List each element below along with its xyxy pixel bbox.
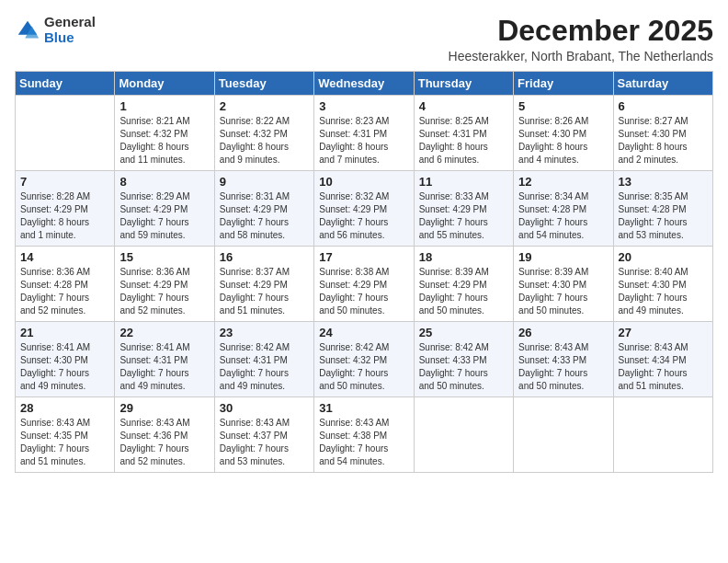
day-number: 23 xyxy=(220,326,309,339)
day-info: Sunrise: 8:21 AM Sunset: 4:32 PM Dayligh… xyxy=(119,115,209,167)
calendar-cell: 25Sunrise: 8:42 AM Sunset: 4:33 PM Dayli… xyxy=(414,322,513,397)
calendar-cell: 20Sunrise: 8:40 AM Sunset: 4:30 PM Dayli… xyxy=(613,247,712,322)
calendar-cell: 15Sunrise: 8:36 AM Sunset: 4:29 PM Dayli… xyxy=(115,247,214,322)
logo-text: General Blue xyxy=(44,15,96,45)
calendar-week-row: 14Sunrise: 8:36 AM Sunset: 4:28 PM Dayli… xyxy=(16,247,713,322)
day-info: Sunrise: 8:42 AM Sunset: 4:31 PM Dayligh… xyxy=(220,341,309,393)
day-number: 1 xyxy=(119,99,209,113)
calendar-cell: 26Sunrise: 8:43 AM Sunset: 4:33 PM Dayli… xyxy=(514,322,613,397)
calendar-cell: 21Sunrise: 8:41 AM Sunset: 4:30 PM Dayli… xyxy=(16,322,115,397)
calendar-cell: 28Sunrise: 8:43 AM Sunset: 4:35 PM Dayli… xyxy=(16,397,115,473)
calendar-cell: 18Sunrise: 8:39 AM Sunset: 4:29 PM Dayli… xyxy=(414,247,513,322)
day-info: Sunrise: 8:43 AM Sunset: 4:33 PM Dayligh… xyxy=(518,341,608,393)
day-info: Sunrise: 8:41 AM Sunset: 4:30 PM Dayligh… xyxy=(20,341,109,393)
day-info: Sunrise: 8:23 AM Sunset: 4:31 PM Dayligh… xyxy=(319,115,408,167)
day-header-thursday: Thursday xyxy=(414,72,513,96)
calendar-cell: 27Sunrise: 8:43 AM Sunset: 4:34 PM Dayli… xyxy=(613,322,712,397)
day-info: Sunrise: 8:43 AM Sunset: 4:34 PM Dayligh… xyxy=(619,341,708,393)
calendar-cell: 7Sunrise: 8:28 AM Sunset: 4:29 PM Daylig… xyxy=(16,171,115,247)
day-info: Sunrise: 8:42 AM Sunset: 4:32 PM Dayligh… xyxy=(319,341,408,393)
day-info: Sunrise: 8:22 AM Sunset: 4:32 PM Dayligh… xyxy=(220,115,309,167)
calendar-cell: 4Sunrise: 8:25 AM Sunset: 4:31 PM Daylig… xyxy=(414,96,513,171)
day-header-wednesday: Wednesday xyxy=(314,72,414,96)
day-info: Sunrise: 8:43 AM Sunset: 4:36 PM Dayligh… xyxy=(119,417,209,468)
day-number: 6 xyxy=(619,99,708,113)
logo: General Blue xyxy=(15,15,96,45)
calendar-cell xyxy=(514,397,613,473)
month-title: December 2025 xyxy=(449,15,713,47)
day-number: 29 xyxy=(119,401,209,415)
day-header-monday: Monday xyxy=(115,72,214,96)
day-number: 3 xyxy=(319,99,408,113)
day-number: 28 xyxy=(20,401,109,415)
day-info: Sunrise: 8:28 AM Sunset: 4:29 PM Dayligh… xyxy=(20,190,109,242)
calendar-cell: 22Sunrise: 8:41 AM Sunset: 4:31 PM Dayli… xyxy=(115,322,214,397)
calendar-cell: 1Sunrise: 8:21 AM Sunset: 4:32 PM Daylig… xyxy=(115,96,214,171)
calendar-cell: 5Sunrise: 8:26 AM Sunset: 4:30 PM Daylig… xyxy=(514,96,613,171)
calendar-cell xyxy=(613,397,712,473)
day-number: 24 xyxy=(319,326,408,339)
calendar-week-row: 1Sunrise: 8:21 AM Sunset: 4:32 PM Daylig… xyxy=(16,96,713,171)
day-number: 12 xyxy=(518,175,608,189)
calendar-cell: 12Sunrise: 8:34 AM Sunset: 4:28 PM Dayli… xyxy=(514,171,613,247)
title-block: December 2025 Heesterakker, North Braban… xyxy=(449,15,713,63)
day-number: 22 xyxy=(119,326,209,339)
day-number: 25 xyxy=(419,326,508,339)
location-subtitle: Heesterakker, North Brabant, The Netherl… xyxy=(449,49,713,63)
day-header-sunday: Sunday xyxy=(16,72,115,96)
calendar-cell: 13Sunrise: 8:35 AM Sunset: 4:28 PM Dayli… xyxy=(613,171,712,247)
logo-icon xyxy=(15,17,40,43)
day-info: Sunrise: 8:27 AM Sunset: 4:30 PM Dayligh… xyxy=(619,115,708,167)
logo-blue-label: Blue xyxy=(44,30,96,46)
day-info: Sunrise: 8:38 AM Sunset: 4:29 PM Dayligh… xyxy=(319,266,408,317)
day-number: 31 xyxy=(319,401,408,415)
calendar-cell: 2Sunrise: 8:22 AM Sunset: 4:32 PM Daylig… xyxy=(214,96,313,171)
day-number: 17 xyxy=(319,250,408,264)
header: General Blue December 2025 Heesterakker,… xyxy=(15,15,713,63)
day-info: Sunrise: 8:41 AM Sunset: 4:31 PM Dayligh… xyxy=(119,341,209,393)
day-info: Sunrise: 8:43 AM Sunset: 4:38 PM Dayligh… xyxy=(319,417,408,468)
day-number: 15 xyxy=(119,250,209,264)
day-info: Sunrise: 8:25 AM Sunset: 4:31 PM Dayligh… xyxy=(419,115,508,167)
day-info: Sunrise: 8:35 AM Sunset: 4:28 PM Dayligh… xyxy=(619,190,708,242)
day-header-tuesday: Tuesday xyxy=(214,72,313,96)
day-number: 30 xyxy=(220,401,309,415)
day-number: 9 xyxy=(220,175,309,189)
day-info: Sunrise: 8:29 AM Sunset: 4:29 PM Dayligh… xyxy=(119,190,209,242)
day-number: 27 xyxy=(619,326,708,339)
calendar-cell: 9Sunrise: 8:31 AM Sunset: 4:29 PM Daylig… xyxy=(214,171,313,247)
day-number: 20 xyxy=(619,250,708,264)
calendar-cell: 3Sunrise: 8:23 AM Sunset: 4:31 PM Daylig… xyxy=(314,96,414,171)
calendar-cell xyxy=(414,397,513,473)
day-number: 19 xyxy=(518,250,608,264)
logo-general-label: General xyxy=(44,15,96,30)
day-info: Sunrise: 8:32 AM Sunset: 4:29 PM Dayligh… xyxy=(319,190,408,242)
day-info: Sunrise: 8:40 AM Sunset: 4:30 PM Dayligh… xyxy=(619,266,708,317)
day-number: 21 xyxy=(20,326,109,339)
day-info: Sunrise: 8:36 AM Sunset: 4:29 PM Dayligh… xyxy=(119,266,209,317)
calendar-cell: 29Sunrise: 8:43 AM Sunset: 4:36 PM Dayli… xyxy=(115,397,214,473)
day-info: Sunrise: 8:43 AM Sunset: 4:37 PM Dayligh… xyxy=(220,417,309,468)
day-info: Sunrise: 8:26 AM Sunset: 4:30 PM Dayligh… xyxy=(518,115,608,167)
day-info: Sunrise: 8:36 AM Sunset: 4:28 PM Dayligh… xyxy=(20,266,109,317)
calendar-week-row: 28Sunrise: 8:43 AM Sunset: 4:35 PM Dayli… xyxy=(16,397,713,473)
day-number: 13 xyxy=(619,175,708,189)
calendar-cell: 23Sunrise: 8:42 AM Sunset: 4:31 PM Dayli… xyxy=(214,322,313,397)
day-info: Sunrise: 8:31 AM Sunset: 4:29 PM Dayligh… xyxy=(220,190,309,242)
calendar-table: SundayMondayTuesdayWednesdayThursdayFrid… xyxy=(15,71,713,473)
day-header-friday: Friday xyxy=(514,72,613,96)
day-number: 8 xyxy=(119,175,209,189)
calendar-cell: 10Sunrise: 8:32 AM Sunset: 4:29 PM Dayli… xyxy=(314,171,414,247)
day-info: Sunrise: 8:34 AM Sunset: 4:28 PM Dayligh… xyxy=(518,190,608,242)
day-info: Sunrise: 8:39 AM Sunset: 4:30 PM Dayligh… xyxy=(518,266,608,317)
calendar-week-row: 21Sunrise: 8:41 AM Sunset: 4:30 PM Dayli… xyxy=(16,322,713,397)
day-number: 5 xyxy=(518,99,608,113)
calendar-cell: 11Sunrise: 8:33 AM Sunset: 4:29 PM Dayli… xyxy=(414,171,513,247)
calendar-cell: 24Sunrise: 8:42 AM Sunset: 4:32 PM Dayli… xyxy=(314,322,414,397)
day-number: 16 xyxy=(220,250,309,264)
calendar-cell: 8Sunrise: 8:29 AM Sunset: 4:29 PM Daylig… xyxy=(115,171,214,247)
calendar-header-row: SundayMondayTuesdayWednesdayThursdayFrid… xyxy=(16,72,713,96)
day-info: Sunrise: 8:37 AM Sunset: 4:29 PM Dayligh… xyxy=(220,266,309,317)
day-number: 26 xyxy=(518,326,608,339)
day-number: 2 xyxy=(220,99,309,113)
